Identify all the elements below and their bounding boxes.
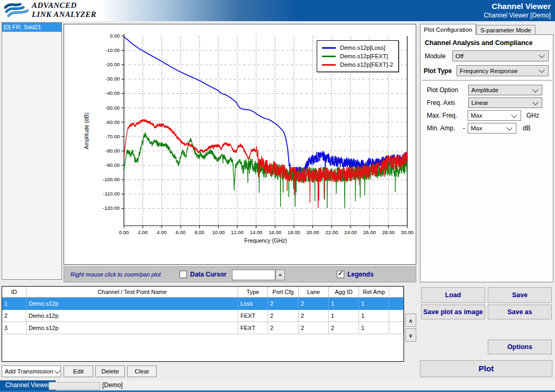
cell-name[interactable]: Demo.s12p <box>26 322 238 334</box>
svg-text:-110.00: -110.00 <box>103 191 120 197</box>
tab-plot-configuration[interactable]: Plot Configuration <box>420 24 476 35</box>
svg-text:22.00: 22.00 <box>325 229 338 235</box>
plot-area[interactable]: 0.00-10.00-20.00-30.00-40.00-50.00-60.00… <box>64 24 416 265</box>
col-header-aggid[interactable]: Agg ID <box>329 287 359 298</box>
cell-spacer <box>389 322 404 334</box>
plot-button[interactable]: Plot <box>420 360 552 377</box>
cell-portcfg[interactable]: 2 <box>268 322 299 334</box>
chevron-down-icon <box>55 368 60 373</box>
zoom-pan-hint: Right mouse click to zoom/pan plot <box>70 271 161 278</box>
save-plot-as-image-button[interactable]: Save plot as image <box>421 305 485 319</box>
cell-id[interactable]: 3 <box>2 322 26 334</box>
cell-portcfg[interactable]: 2 <box>268 310 299 322</box>
plot-type-select[interactable]: Frequency Response <box>456 65 549 76</box>
svg-text:-40.00: -40.00 <box>105 90 120 96</box>
cell-type[interactable]: FEXT <box>238 322 268 334</box>
data-cursor-checkbox[interactable]: ✓ <box>180 271 187 278</box>
svg-text:12.00: 12.00 <box>231 229 244 235</box>
svg-text:24.00: 24.00 <box>344 229 357 235</box>
cell-portcfg[interactable]: 2 <box>268 298 299 310</box>
min-amp-combobox[interactable]: Max <box>468 123 516 133</box>
svg-text:-100.00: -100.00 <box>103 176 120 182</box>
plot-toolbar: Right mouse click to zoom/pan plot ✓ Dat… <box>64 266 416 282</box>
col-header-spacer <box>389 287 404 298</box>
cell-aggid[interactable]: 2 <box>329 322 359 334</box>
cell-name[interactable]: Demo.s12p <box>26 310 238 322</box>
separator <box>422 80 552 81</box>
wave-logo-icon <box>4 1 29 19</box>
col-header-type[interactable]: Type <box>238 287 268 298</box>
header-titles: Channel Viewer Channel Viewer [Demo] <box>484 2 551 20</box>
legends-checkbox[interactable]: ✓ <box>337 271 344 278</box>
row-move-down-button[interactable]: ∨ <box>405 328 416 342</box>
checkmark-icon: ✓ <box>338 270 343 277</box>
cell-spacer <box>389 310 404 322</box>
cell-type[interactable]: FEXT <box>238 310 268 322</box>
app-logo: ADVANCED LINK ANALYZER <box>4 1 96 19</box>
max-freq-value: Max <box>468 112 510 119</box>
status-progress-box <box>49 382 100 390</box>
module-value: Off <box>453 53 538 59</box>
col-header-id[interactable]: ID <box>2 287 26 298</box>
add-transmission-value: Add Transmission <box>2 368 53 375</box>
col-header-portcfg[interactable]: Port Cfg <box>268 287 299 298</box>
app-header: ADVANCED LINK ANALYZER Channel Viewer Ch… <box>0 0 555 21</box>
col-header-name[interactable]: Channel / Test Point Name <box>26 287 238 298</box>
tab-s-parameter-mode[interactable]: S-parameter Mode <box>476 25 535 35</box>
freq-axis-select[interactable]: Linear <box>468 97 542 108</box>
table-header-row: ID Channel / Test Point Name Type Port C… <box>2 287 404 298</box>
cell-aggid[interactable]: 1 <box>329 310 359 322</box>
cell-id[interactable]: 2 <box>2 310 26 322</box>
legend-entry: Demo.s12p[Loss] <box>322 43 393 52</box>
save-as-button[interactable]: Save as <box>488 305 552 319</box>
cell-aggid[interactable]: 1 <box>329 298 359 310</box>
cell-lane[interactable]: 2 <box>299 322 329 334</box>
options-button[interactable]: Options <box>488 340 552 354</box>
row-move-up-button[interactable]: ∧ <box>405 314 416 327</box>
svg-text:-80.00: -80.00 <box>105 148 120 154</box>
cell-name[interactable]: Demo.s12p <box>26 298 238 310</box>
svg-text:-60.00: -60.00 <box>105 119 120 125</box>
plot-option-select[interactable]: Amplitude <box>468 85 542 95</box>
plot-option-value: Amplitude <box>469 87 531 93</box>
list-item-fr-sdd21[interactable]: [0] FR: Sdd21 <box>2 23 61 32</box>
svg-text:0.00: 0.00 <box>119 229 129 235</box>
module-select[interactable]: Off <box>452 50 549 61</box>
table-row[interactable]: 1 Demo.s12p Loss 2 2 1 1 <box>2 298 404 310</box>
freq-axis-label: Freq. Axis <box>427 99 468 106</box>
channel-table: ID Channel / Test Point Name Type Port C… <box>2 286 404 362</box>
cell-type[interactable]: Loss <box>238 298 268 310</box>
add-cursor-button[interactable]: + <box>275 270 285 280</box>
result-listbox[interactable]: [0] FR: Sdd21 <box>2 22 62 280</box>
cell-lane[interactable]: 2 <box>299 298 329 310</box>
table-row[interactable]: 2 Demo.s12p FEXT 2 2 1 1 <box>2 310 404 322</box>
clear-button[interactable]: Clear <box>127 366 157 377</box>
delete-button[interactable]: Delete <box>95 366 125 377</box>
edit-button[interactable]: Edit <box>64 366 93 377</box>
load-button[interactable]: Load <box>421 287 485 303</box>
plot-type-value: Frequency Response <box>457 68 538 74</box>
col-header-relamp[interactable]: Rel Amp <box>359 287 389 298</box>
status-app-label: Channel Viewer <box>0 380 56 390</box>
cursor-value-input[interactable] <box>232 270 275 280</box>
add-transmission-dropdown[interactable]: Add Transmission <box>2 366 61 377</box>
table-row[interactable]: 3 Demo.s12p FEXT 2 2 2 1 <box>2 322 404 334</box>
cell-id[interactable]: 1 <box>2 298 26 310</box>
chevron-down-icon <box>532 86 538 92</box>
cell-lane[interactable]: 2 <box>299 310 329 322</box>
module-label: Module <box>425 52 452 60</box>
svg-text:28.00: 28.00 <box>382 229 395 235</box>
cell-relamp[interactable]: 1 <box>359 298 389 310</box>
max-freq-combobox[interactable]: Max <box>468 110 521 121</box>
page-subtitle: Channel Viewer [Demo] <box>484 11 551 20</box>
col-header-lane[interactable]: Lane <box>299 287 329 298</box>
cell-relamp[interactable]: 1 <box>359 310 389 322</box>
cell-relamp[interactable]: 1 <box>359 322 389 334</box>
legend-line-sample <box>322 56 336 57</box>
svg-text:0.00: 0.00 <box>110 33 120 39</box>
save-button[interactable]: Save <box>488 287 552 303</box>
section-title: Channel Analysis and Compliance <box>425 39 553 47</box>
data-cursor-label: Data Cursor <box>190 271 227 278</box>
legends-label: Legends <box>347 271 373 278</box>
svg-text:26.00: 26.00 <box>363 229 376 235</box>
